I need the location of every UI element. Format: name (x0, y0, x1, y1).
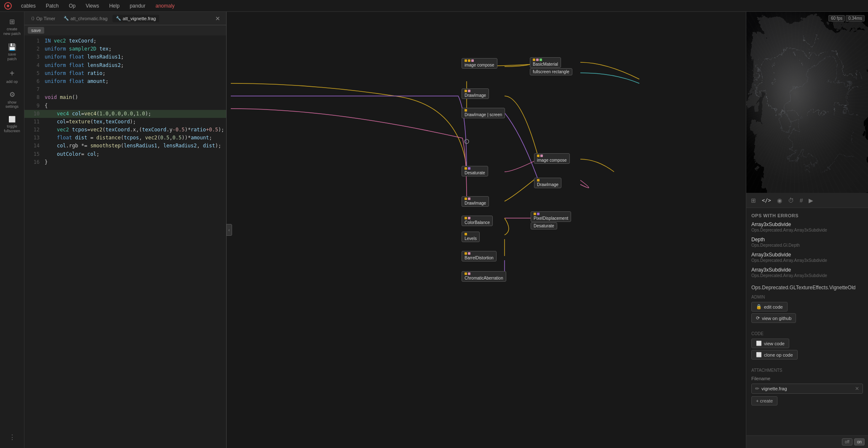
error-op-1[interactable]: Array3xSubdivide Ops.Deprecated.Array.Ar… (751, 221, 863, 232)
node-image-compose-1[interactable]: image compose (462, 58, 497, 69)
sidebar-btn-show-settings[interactable]: ⚙ show settings (2, 88, 23, 112)
menu-anomaly[interactable]: anomaly (154, 2, 176, 10)
node-desaturate-1[interactable]: Desaturate (462, 166, 488, 176)
node-label: BarrelDistortion (465, 256, 494, 260)
filename-label: Filename (751, 376, 863, 381)
node-fullscreen-rectangle[interactable]: fullscreen rectangle (530, 68, 572, 75)
create-attachment-button[interactable]: + create (751, 396, 777, 405)
svg-rect-4 (746, 12, 868, 193)
node-label: DrawImage | screen (465, 112, 502, 117)
remove-attachment-button[interactable]: ✕ (855, 386, 859, 392)
port (471, 59, 474, 62)
code-icon[interactable]: </> (761, 196, 772, 205)
node-barrel-distortion[interactable]: BarrelDistortion (462, 251, 497, 261)
node-drawimage-screen[interactable]: DrawImage | screen (462, 108, 505, 118)
logo[interactable] (3, 1, 13, 11)
toggle-on[interactable]: on (854, 438, 865, 445)
node-color-balance[interactable]: ColorBalance (462, 216, 493, 226)
error-op-2[interactable]: Depth Ops.Deprecated.Gl.Depth (751, 237, 863, 248)
grid-icon[interactable]: ⊞ (750, 196, 757, 205)
error-op-name: Array3xSubdivide (751, 221, 863, 227)
sidebar-btn-toggle-fullscreen[interactable]: ⬜ toggle fullscreen (2, 113, 23, 136)
port (465, 252, 467, 255)
code-line-8: 8 void main() (24, 93, 226, 101)
error-op-3[interactable]: Array3xSubdivide Ops.Deprecated.Array.Ar… (751, 252, 863, 263)
node-label: image compose (537, 158, 567, 163)
node-label: Desaturate (534, 224, 554, 228)
node-desaturate-2[interactable]: Desaturate (531, 222, 557, 229)
editor-save-bar: save (24, 25, 226, 35)
graph-connections (227, 12, 746, 448)
eye-icon[interactable]: ◉ (776, 196, 783, 205)
toggle-off[interactable]: off (842, 438, 852, 445)
error-op-4[interactable]: Array3xSubdivide Ops.Deprecated.Array.Ar… (751, 267, 863, 278)
save-button[interactable]: save (28, 27, 44, 34)
menu-views[interactable]: Views (84, 2, 101, 10)
node-levels[interactable]: Levels (462, 232, 480, 242)
preview-canvas (746, 12, 868, 193)
node-basic-material[interactable]: BasicMaterial (530, 57, 561, 68)
filename-text: vignette.frag (761, 386, 855, 391)
collapse-editor-button[interactable]: ‹ (226, 224, 232, 236)
sidebar-btn-create-new-patch[interactable]: ⊞ create new patch (2, 15, 23, 39)
sidebar-btn-add-op[interactable]: + add op (2, 66, 23, 87)
editor-close-button[interactable]: ✕ (213, 14, 223, 23)
port (465, 109, 467, 112)
sidebar-more-dots[interactable]: ⋮ (5, 430, 19, 445)
create-patch-label: create new patch (3, 27, 21, 36)
node-pixel-displacement[interactable]: PixelDisplacement (531, 211, 571, 222)
edit-code-button[interactable]: 🔒 edit code (751, 302, 788, 312)
editor-tabs: ⟨⟩ Op Timer 🔧 att_chromatic.frag 🔧 att_v… (24, 12, 226, 25)
editor-tab-chromatic[interactable]: 🔧 att_chromatic.frag (60, 15, 111, 22)
editor-tab-vignette[interactable]: 🔧 att_vignette.frag (112, 15, 159, 22)
port (468, 217, 470, 219)
add-op-icon: + (10, 68, 15, 78)
code-line-1: 1 IN vec2 texCoord; (24, 37, 226, 45)
menu-help[interactable]: Help (107, 2, 121, 10)
ms-badge: 0.34ms (846, 15, 865, 21)
file-icon: ✏ (755, 386, 759, 392)
code-editor-panel: ⟨⟩ Op Timer 🔧 att_chromatic.frag 🔧 att_v… (24, 12, 227, 448)
code-line-15: 15 outColor= col; (24, 150, 226, 158)
node-label: PixelDisplacement (534, 216, 568, 221)
view-code-button[interactable]: ⬜ view code (751, 339, 789, 348)
menu-cables[interactable]: cables (19, 2, 37, 10)
play-icon[interactable]: ▶ (807, 196, 815, 205)
node-drawimage-3[interactable]: DrawImage (462, 196, 489, 207)
clone-op-code-button[interactable]: ⬜ clone op code (751, 350, 798, 360)
node-graph[interactable]: BasicMaterial fullscreen rectangle image… (227, 12, 746, 448)
node-chromatic-aberration[interactable]: ChromaticAberration (462, 271, 506, 282)
center-area: ⟨⟩ Op Timer 🔧 att_chromatic.frag 🔧 att_v… (24, 12, 746, 448)
port (465, 233, 467, 235)
right-toolbar: ⊞ </> ◉ ⏱ # ▶ (746, 193, 868, 208)
fps-bar: 60 fps 0.34ms (828, 15, 865, 21)
sidebar-btn-save-patch[interactable]: 💾 save patch (2, 40, 23, 64)
node-label: BasicMaterial (533, 62, 558, 67)
vignette-tab-label: att_vignette.frag (123, 16, 156, 21)
menu-patch[interactable]: Patch (44, 2, 61, 10)
node-drawimage-1[interactable]: DrawImage (462, 88, 489, 99)
node-drawimage-2[interactable]: DrawImage (534, 178, 561, 188)
filename-row: ✏ vignette.frag ✕ (751, 384, 863, 394)
menu-pandur[interactable]: pandur (128, 2, 147, 10)
attachments-label: Attachments (751, 368, 863, 373)
clone-icon: ⬜ (756, 352, 762, 357)
code-line-9: 9 { (24, 102, 226, 110)
port (468, 197, 470, 200)
view-on-github-button[interactable]: ⟳ view on github (751, 313, 796, 323)
editor-tab-op-timer[interactable]: ⟨⟩ Op Timer (28, 15, 59, 22)
port (468, 252, 470, 255)
port (465, 272, 467, 275)
admin-section: Admin 🔒 edit code ⟳ view on github (751, 295, 863, 325)
code-line-7: 7 (24, 85, 226, 93)
save-patch-icon: 💾 (8, 43, 16, 51)
code-content[interactable]: 1 IN vec2 texCoord; 2 uniform sampler2D … (24, 35, 226, 448)
error-op-path: Ops.Deprecated.Array.Array3xSubdivide (751, 228, 863, 232)
node-label: DrawImage (465, 201, 486, 205)
port (537, 213, 539, 215)
node-image-compose-2[interactable]: image compose (534, 153, 570, 164)
clock-icon[interactable]: ⏱ (787, 196, 795, 205)
hash-icon[interactable]: # (799, 196, 804, 205)
code-line-16: 16 } (24, 158, 226, 166)
menu-op[interactable]: Op (67, 2, 77, 10)
